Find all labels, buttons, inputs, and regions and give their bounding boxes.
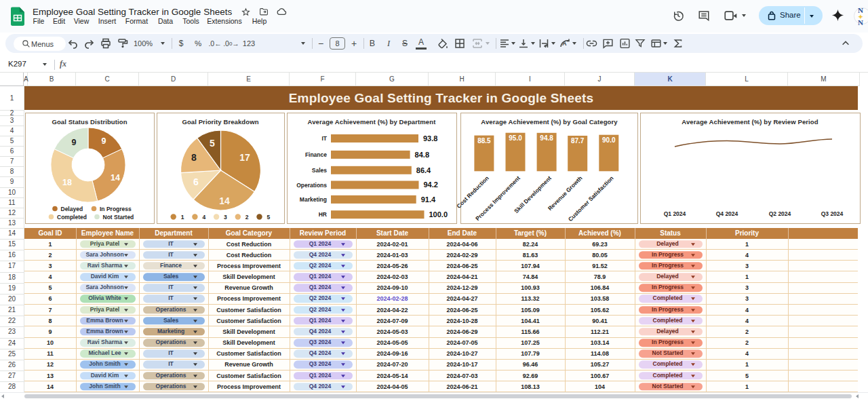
svg-text:Average Achievement (%) by Dep: Average Achievement (%) by Department bbox=[308, 118, 437, 126]
svg-text:17: 17 bbox=[239, 152, 250, 163]
svg-text:IT: IT bbox=[321, 135, 327, 142]
svg-text:88.5: 88.5 bbox=[477, 137, 491, 145]
svg-text:86.4: 86.4 bbox=[416, 166, 431, 174]
svg-text:Not Started: Not Started bbox=[103, 214, 134, 221]
svg-text:A: A bbox=[562, 40, 567, 47]
svg-text:18: 18 bbox=[62, 178, 72, 187]
svg-text:Average Achievement (%) by Rev: Average Achievement (%) by Review Period bbox=[682, 118, 818, 126]
svg-text:8: 8 bbox=[191, 152, 197, 163]
svg-text:Sales: Sales bbox=[312, 167, 327, 174]
svg-text:Q4 2024: Q4 2024 bbox=[716, 210, 738, 217]
svg-text:Q1 2024: Q1 2024 bbox=[664, 210, 686, 217]
svg-text:HR: HR bbox=[319, 211, 327, 218]
svg-text:Q2 2024: Q2 2024 bbox=[769, 210, 791, 217]
svg-text:14: 14 bbox=[219, 195, 230, 206]
svg-text:9: 9 bbox=[72, 138, 77, 147]
svg-text:Q3 2024: Q3 2024 bbox=[821, 210, 844, 217]
svg-text:94.2: 94.2 bbox=[424, 180, 438, 189]
svg-text:In Progress: In Progress bbox=[100, 206, 132, 212]
svg-text:87.7: 87.7 bbox=[571, 137, 585, 145]
svg-text:90.0: 90.0 bbox=[602, 136, 616, 144]
svg-text:Cost Reduction: Cost Reduction bbox=[455, 174, 490, 209]
svg-text:4: 4 bbox=[202, 214, 205, 221]
svg-text:14: 14 bbox=[111, 173, 120, 183]
svg-text:93.8: 93.8 bbox=[423, 134, 437, 142]
svg-text:5: 5 bbox=[267, 214, 271, 221]
svg-text:Marketing: Marketing bbox=[300, 196, 327, 203]
svg-text:Completed: Completed bbox=[57, 214, 87, 221]
svg-text:Operations: Operations bbox=[296, 182, 327, 189]
svg-text:100.0: 100.0 bbox=[429, 210, 448, 218]
svg-text:2: 2 bbox=[245, 214, 249, 221]
svg-text:Goal Priority Breakdown: Goal Priority Breakdown bbox=[182, 118, 258, 126]
svg-text:Finance: Finance bbox=[305, 151, 327, 158]
svg-text:1: 1 bbox=[181, 214, 184, 221]
svg-text:95.0: 95.0 bbox=[509, 134, 522, 142]
svg-text:3: 3 bbox=[224, 214, 227, 221]
svg-text:84.8: 84.8 bbox=[415, 151, 429, 159]
svg-text:91.4: 91.4 bbox=[421, 195, 436, 204]
svg-text:Delayed: Delayed bbox=[61, 206, 83, 212]
svg-text:94.8: 94.8 bbox=[540, 134, 553, 142]
svg-text:9: 9 bbox=[102, 136, 106, 146]
svg-text:6: 6 bbox=[193, 176, 199, 187]
svg-text:Average Achievement (%) by Goa: Average Achievement (%) by Goal Category bbox=[481, 118, 618, 126]
svg-text:Goal Status Distribution: Goal Status Distribution bbox=[52, 118, 127, 126]
svg-text:5: 5 bbox=[210, 138, 215, 149]
